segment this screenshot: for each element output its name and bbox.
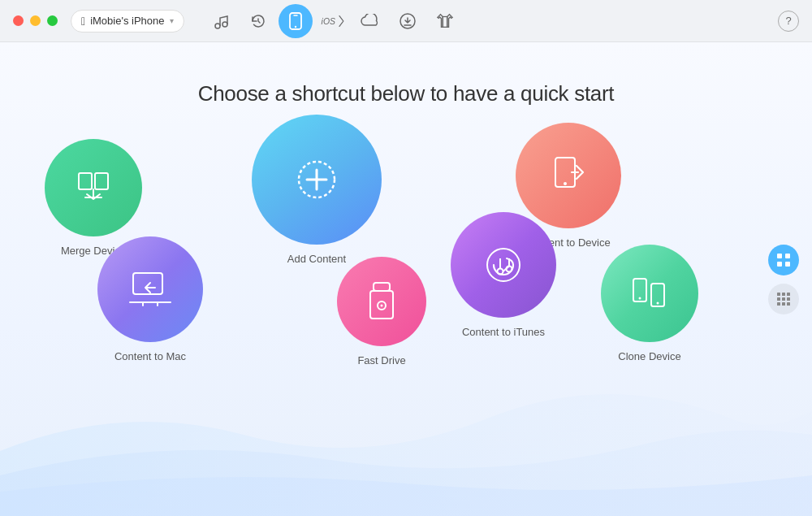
chevron-down-icon: ▾ [170, 16, 174, 25]
add-content-item[interactable]: Add Content [252, 115, 382, 265]
svg-rect-9 [79, 173, 92, 189]
svg-point-1 [222, 22, 227, 27]
titlebar:  iMobie's iPhone ▾ [0, 0, 812, 42]
svg-rect-36 [777, 293, 780, 296]
clone-device-item[interactable]: Clone Device [601, 245, 698, 362]
toolbar-device-button[interactable] [279, 4, 313, 38]
svg-rect-8 [443, 16, 447, 27]
svg-rect-39 [777, 297, 780, 301]
grid-button[interactable] [768, 284, 799, 314]
svg-rect-33 [785, 254, 790, 258]
toolbar-transfer-button[interactable] [428, 4, 462, 38]
toolbar-right: ? [778, 11, 799, 32]
toolbar-nav: iOS [204, 4, 779, 38]
apple-icon:  [81, 15, 85, 28]
add-content-circle [252, 115, 382, 245]
svg-rect-34 [777, 262, 782, 267]
help-button[interactable]: ? [778, 11, 799, 32]
fast-drive-circle [337, 257, 426, 346]
svg-rect-38 [787, 293, 790, 296]
traffic-lights [13, 15, 58, 26]
page-title: Choose a shortcut below to have a quick … [0, 42, 812, 106]
svg-rect-10 [95, 173, 108, 189]
clone-device-circle [601, 245, 698, 342]
content-to-itunes-label: Content to iTunes [462, 326, 545, 338]
fast-drive-item[interactable]: Fast Drive [337, 257, 426, 366]
maximize-button[interactable] [47, 15, 58, 26]
content-to-mac-circle [97, 236, 203, 342]
minimize-button[interactable] [30, 15, 41, 26]
svg-rect-40 [782, 297, 785, 301]
toolbar-download-button[interactable] [391, 4, 425, 38]
merge-device-circle [45, 139, 142, 236]
svg-rect-32 [777, 254, 782, 258]
toolbar-ios-button[interactable]: iOS [316, 4, 350, 38]
fast-drive-label: Fast Drive [357, 354, 405, 366]
svg-rect-41 [787, 297, 790, 301]
tools-button[interactable] [768, 245, 799, 275]
toolbar-music-button[interactable] [204, 4, 238, 38]
svg-rect-18 [374, 283, 390, 291]
svg-point-31 [657, 302, 659, 305]
svg-point-21 [381, 305, 383, 307]
main-content: Choose a shortcut below to have a quick … [0, 42, 812, 516]
content-to-mac-item[interactable]: Content to Mac [97, 236, 203, 362]
svg-point-22 [487, 249, 520, 281]
shortcuts-area: Merge Device Add Content [0, 106, 812, 415]
toolbar-history-button[interactable] [241, 4, 275, 38]
svg-point-3 [294, 25, 296, 27]
svg-rect-42 [777, 302, 780, 306]
svg-point-29 [639, 297, 641, 300]
svg-rect-35 [785, 262, 790, 267]
svg-text:iOS: iOS [321, 17, 335, 26]
toolbar-cloud-button[interactable] [353, 4, 387, 38]
svg-point-15 [564, 182, 567, 185]
svg-point-0 [215, 24, 220, 28]
help-label: ? [785, 15, 791, 27]
svg-rect-37 [782, 293, 785, 296]
close-button[interactable] [13, 15, 24, 26]
svg-rect-43 [782, 302, 785, 306]
device-name: iMobie's iPhone [90, 15, 164, 27]
svg-rect-44 [787, 302, 790, 306]
device-selector[interactable]:  iMobie's iPhone ▾ [71, 10, 184, 33]
content-to-itunes-item[interactable]: Content to iTunes [451, 212, 556, 338]
clone-device-label: Clone Device [618, 350, 680, 362]
content-to-itunes-circle [451, 212, 556, 318]
sidebar-right [768, 245, 799, 314]
content-to-mac-label: Content to Mac [114, 350, 186, 362]
